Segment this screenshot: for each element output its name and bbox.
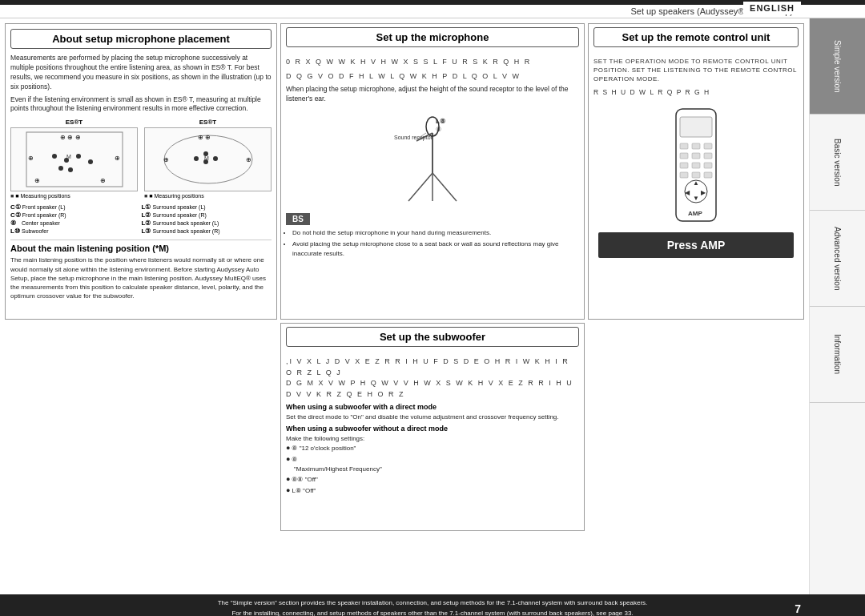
remote-image-area: ▲ ▼ ◀ ▶ AMP — [593, 101, 799, 229]
right-column-content: Set the operation mode to remote control… — [589, 50, 803, 319]
bottom-section: Set up the subwoofer ,I V X L J D V X E … — [5, 323, 804, 531]
svg-text:⊕: ⊕ — [114, 155, 119, 162]
bottom-left — [5, 323, 277, 531]
bullet-2: Avoid placing the setup microphone close… — [292, 240, 579, 259]
bullet-1: Do not hold the setup microphone in your… — [292, 228, 579, 238]
svg-rect-40 — [680, 163, 688, 168]
press-amp-button[interactable]: Press AMP — [598, 232, 794, 258]
svg-text:⊕: ⊕ — [163, 156, 168, 163]
left-column-content: Measurements are performed by placing th… — [10, 54, 272, 300]
left-column: About setup microphone placement Measure… — [5, 23, 277, 320]
diagram-svg-2: ⊕ ⊕ ⊕ ⊕ M — [144, 127, 272, 191]
svg-rect-36 — [704, 143, 712, 149]
right-scrambled-1: R S H U D W L R Q P R G H — [593, 87, 799, 99]
svg-rect-45 — [704, 172, 712, 178]
top-bar: ENGLISH — [0, 0, 865, 5]
subwoofer-scrambled: ,I V X L J D V X E Z R R I H U F D S D E… — [286, 356, 579, 400]
svg-text:▲: ▲ — [693, 179, 699, 187]
svg-point-8 — [76, 154, 81, 159]
footer-line2: For the installing, connecting, and setu… — [6, 609, 859, 616]
right-scrambled-overlay: Set the operation mode to remote control… — [593, 57, 799, 84]
svg-text:AMP: AMP — [688, 210, 702, 217]
svg-rect-42 — [704, 163, 712, 168]
svg-text:M: M — [66, 154, 71, 159]
svg-rect-35 — [692, 143, 700, 149]
bs-badge: BS — [286, 213, 310, 225]
microphone-svg-area: Sound receptor L⑧ ⑧ — [286, 109, 579, 205]
svg-point-17 — [194, 156, 199, 161]
sidebar-information[interactable]: Information — [810, 307, 865, 403]
subwoofer-header: Set up the subwoofer — [286, 327, 579, 347]
right-column-header: Set up the remote control unit — [593, 27, 799, 47]
speaker-diagrams: ES®T ⊕ ⊕ ⊕ ⊕ ⊕ ⊕ ⊕ — [10, 119, 272, 199]
svg-rect-44 — [692, 172, 700, 178]
about-main-text: The main listening position is the posit… — [10, 256, 272, 300]
direct-mode-2-text: Make the following settings: — [286, 434, 579, 443]
mid-normal-text: When placing the setup microphone, adjus… — [286, 85, 579, 104]
legend-item-7: L② Surround back speaker (L) — [142, 219, 272, 227]
direct-mode-1-title: When using a subwoofer with a direct mod… — [286, 403, 579, 411]
legend-item-1: C① Front speaker (L) — [10, 203, 141, 211]
direct-mode-1-text: Set the direct mode to "On" and disable … — [286, 413, 579, 421]
diagram-svg-1: ⊕ ⊕ ⊕ ⊕ ⊕ ⊕ ⊕ — [10, 127, 138, 191]
svg-text:⊕: ⊕ — [27, 155, 33, 162]
svg-point-19 — [213, 156, 218, 161]
svg-text:▶: ▶ — [701, 189, 706, 196]
svg-rect-38 — [692, 153, 700, 159]
svg-text:M: M — [204, 155, 209, 161]
mid-column-header: Set up the microphone — [286, 27, 579, 47]
diagram1-title: ES®T — [10, 119, 138, 126]
svg-rect-34 — [680, 143, 688, 149]
svg-point-10 — [68, 167, 73, 172]
svg-rect-39 — [704, 153, 712, 159]
setting-2: ● ⑧ — [286, 454, 579, 465]
top-columns: About setup microphone placement Measure… — [5, 23, 804, 320]
content-area: About setup microphone placement Measure… — [0, 18, 809, 594]
setting-1: ● ⑧ "12 o'clock position" — [286, 443, 579, 454]
mid-scrambled-2: D Q G V O D F H L W L Q W K H P D L Q O … — [286, 71, 579, 83]
remote-control-illustration: ▲ ▼ ◀ ▶ AMP — [664, 105, 728, 225]
svg-point-6 — [52, 154, 57, 159]
footer-line1: The "Simple version" section provides th… — [6, 598, 859, 609]
svg-line-23 — [432, 173, 457, 201]
right-sidebar: Simple version Basic version Advanced ve… — [809, 18, 865, 594]
left-para2: Even if the listening environment is sma… — [10, 95, 272, 115]
legend-item-8: L③ Surround back speaker (R) — [142, 227, 272, 235]
svg-text:⊕ ⊕: ⊕ ⊕ — [197, 134, 210, 141]
svg-text:⊕ ⊕ ⊕: ⊕ ⊕ ⊕ — [60, 134, 80, 141]
svg-point-11 — [58, 166, 63, 171]
speaker-legend: C① Front speaker (L) L① Surround speaker… — [10, 203, 272, 235]
about-main-title: About the main listening position (*M) — [10, 244, 272, 253]
page-number: 7 — [795, 600, 801, 616]
svg-line-22 — [408, 173, 432, 201]
svg-point-9 — [88, 159, 93, 164]
mid-column-content: 0 R X Q W W K H V H W X S S L F U R S K … — [281, 50, 584, 319]
microphone-illustration: Sound receptor L⑧ ⑧ — [392, 109, 473, 205]
direct-mode-2-title: When using a subwoofer without a direct … — [286, 425, 579, 433]
diagram-box-2: ES®T ⊕ ⊕ ⊕ ⊕ — [144, 119, 272, 199]
sidebar-simple-version[interactable]: Simple version — [810, 18, 865, 115]
sidebar-basic-version[interactable]: Basic version — [810, 115, 865, 211]
svg-text:▼: ▼ — [693, 195, 699, 202]
setting-4: ● ⑧⑧ "Off" — [286, 474, 579, 485]
diagram1-measuring-label: ■ ■ Measuring positions — [10, 193, 138, 199]
left-column-header: About setup microphone placement — [10, 29, 272, 49]
sidebar-advanced-version[interactable]: Advanced version — [810, 211, 865, 307]
svg-text:⑧: ⑧ — [436, 126, 441, 133]
legend-item-5: L① Surround speaker (L) — [142, 203, 272, 211]
svg-rect-41 — [692, 163, 700, 168]
bottom-mid-column: Set up the subwoofer ,I V X L J D V X E … — [280, 323, 585, 531]
svg-text:⊕: ⊕ — [99, 177, 105, 184]
left-para1: Measurements are performed by placing th… — [10, 54, 272, 92]
svg-text:⊕: ⊕ — [245, 156, 251, 163]
bottom-right-spacer — [588, 323, 804, 531]
setting-5: ● L⑧ "Off" — [286, 485, 579, 497]
legend-item-3: ⑧ Center speaker — [10, 219, 141, 227]
mid-column: Set up the microphone 0 R X Q W W K H V … — [280, 23, 585, 320]
diagram-svg-2-drawing: ⊕ ⊕ ⊕ ⊕ M — [156, 128, 260, 191]
legend-item-4: L⑩ Subwoofer — [10, 227, 141, 235]
diagram2-measuring-label: ■ ■ Measuring positions — [144, 193, 272, 199]
svg-text:◀: ◀ — [685, 189, 690, 196]
language-badge: ENGLISH — [743, 2, 801, 14]
bottom-mid-content: ,I V X L J D V X E Z R R I H U F D S D E… — [281, 350, 584, 499]
